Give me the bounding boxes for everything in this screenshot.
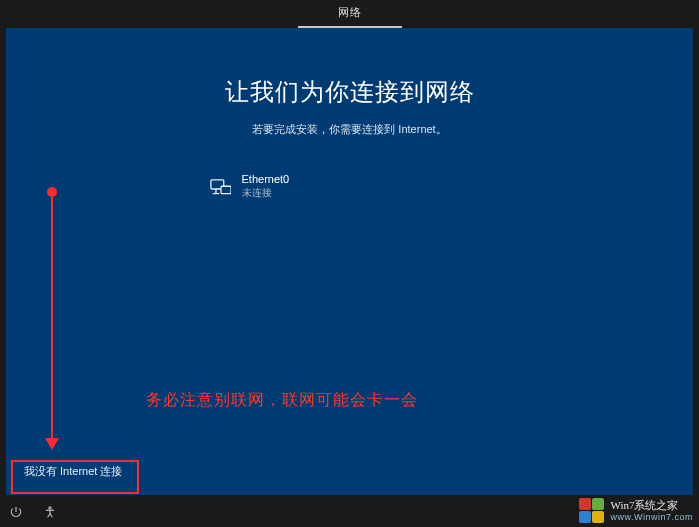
annotation-arrow	[51, 193, 53, 448]
network-list: Ethernet0 未连接	[210, 169, 490, 204]
annotation-text: 务必注意别联网，联网可能会卡一会	[146, 390, 418, 411]
bottom-bar	[0, 497, 699, 527]
page-subtitle: 若要完成安装，你需要连接到 Internet。	[6, 122, 693, 137]
oobe-stage: 让我们为你连接到网络 若要完成安装，你需要连接到 Internet。 Ether…	[6, 28, 693, 495]
network-status: 未连接	[242, 186, 290, 200]
network-item-ethernet[interactable]: Ethernet0 未连接	[210, 169, 490, 204]
top-bar: 网络	[0, 0, 699, 28]
svg-rect-1	[220, 186, 230, 193]
skip-row: 我没有 Internet 连接	[12, 456, 134, 487]
svg-point-4	[49, 507, 51, 509]
window-root: 网络 让我们为你连接到网络 若要完成安装，你需要连接到 Internet。 Et…	[0, 0, 699, 527]
ethernet-icon	[210, 178, 232, 196]
accessibility-icon[interactable]	[42, 504, 58, 520]
tab-network[interactable]: 网络	[298, 0, 402, 28]
page-title: 让我们为你连接到网络	[6, 76, 693, 108]
network-name: Ethernet0	[242, 173, 290, 185]
power-icon[interactable]	[8, 504, 24, 520]
no-internet-button[interactable]: 我没有 Internet 连接	[12, 456, 134, 487]
